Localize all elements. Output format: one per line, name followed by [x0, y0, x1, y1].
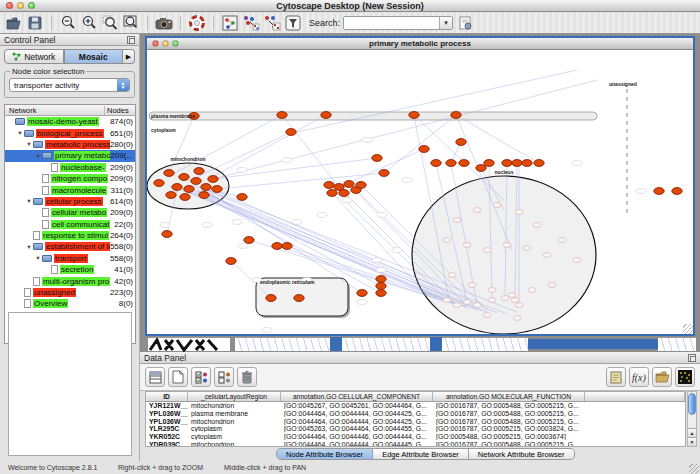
tree-node-count: 264(0) — [110, 231, 135, 240]
tree-row[interactable]: ▼establishment of lo558(0) — [5, 241, 135, 252]
float-panel-icon[interactable] — [688, 354, 696, 362]
network-node — [372, 155, 382, 162]
tab-mosaic[interactable]: Mosaic — [64, 49, 124, 64]
close-button[interactable] — [6, 2, 13, 9]
table-row[interactable]: YDR039C__1mitochondrion[GO:0044464, GO:0… — [146, 440, 685, 447]
folder-icon — [24, 130, 34, 137]
table-column-header[interactable]: _cellularLayoutRegion — [188, 392, 281, 401]
tab-edge-attribute-browser[interactable]: Edge Attribute Browser — [373, 448, 469, 460]
tree-row[interactable]: secretion41(0) — [5, 264, 135, 275]
tree-row[interactable]: Overview8(0) — [5, 298, 135, 309]
tree-row[interactable]: cellular metabo209(0) — [5, 207, 135, 218]
network-edge — [456, 115, 539, 163]
tab-node-attribute-browser[interactable]: Node Attribute Browser — [276, 448, 373, 460]
table-row[interactable]: YLR295Ccytoplasm[GO:0045263, GO:0044464,… — [146, 425, 685, 433]
tree-row[interactable]: macromolecule311(0) — [5, 184, 135, 195]
snapshot-icon[interactable] — [155, 14, 173, 32]
search-box[interactable]: ▾ — [343, 16, 453, 30]
table-column-header[interactable]: annotation.GO CELLULAR_COMPONENT — [281, 392, 433, 401]
tab-network[interactable]: Network — [4, 49, 64, 64]
tree-row[interactable]: unassigned223(0) — [5, 287, 135, 298]
annotation-icon[interactable] — [606, 367, 626, 387]
maximize-icon[interactable] — [172, 40, 178, 46]
close-icon[interactable] — [152, 40, 158, 46]
scrollbar-thumb[interactable] — [688, 393, 696, 415]
disclosure-triangle[interactable]: ▼ — [16, 130, 24, 136]
open-session-icon[interactable] — [5, 14, 23, 32]
table-row[interactable]: YJR121W__1mitochondrion[GO:0045267, GO:0… — [146, 402, 685, 410]
function-builder-icon[interactable]: f(x) — [629, 367, 649, 387]
float-panel-icon[interactable] — [127, 36, 135, 44]
network-node — [431, 160, 441, 167]
minimize-button[interactable] — [17, 2, 24, 9]
select-attributes-icon[interactable] — [145, 367, 165, 387]
table-column-header[interactable]: ID — [146, 392, 188, 401]
disclosure-triangle[interactable]: ▼ — [34, 153, 42, 159]
zoom-out-icon[interactable] — [59, 14, 77, 32]
attribute-settings-icon[interactable] — [456, 14, 474, 32]
node-color-dropdown[interactable]: transporter activity ▲▼ — [9, 78, 130, 92]
unselect-all-attributes-icon[interactable] — [214, 367, 234, 387]
scroll-down-icon[interactable]: ▼ — [688, 437, 696, 446]
table-cell: [GO:0045263, GO:0044464, GO:0044455, G..… — [281, 425, 433, 432]
tree-column-network[interactable]: Network — [5, 106, 105, 115]
tree-row[interactable]: ▼biological_process651(0) — [5, 127, 135, 138]
file-icon — [51, 265, 58, 274]
tree-row[interactable]: cell communicat22(0) — [5, 219, 135, 230]
tree-row[interactable]: response to stimul264(0) — [5, 230, 135, 241]
disclosure-triangle[interactable]: ▼ — [25, 244, 33, 250]
select-all-attributes-icon[interactable] — [191, 367, 211, 387]
zoom-fit-icon[interactable] — [122, 14, 140, 32]
scroll-up-icon[interactable]: ▲ — [688, 428, 696, 437]
zoom-selected-icon[interactable] — [101, 14, 119, 32]
tree-row[interactable]: nucleobase-209(0) — [5, 162, 135, 173]
attribute-table[interactable]: ID_cellularLayoutRegionannotation.GO CEL… — [145, 391, 686, 447]
delete-attribute-icon[interactable] — [237, 367, 257, 387]
table-column-header[interactable] — [585, 392, 685, 401]
table-scrollbar[interactable]: ▲ ▼ — [687, 391, 697, 447]
table-row[interactable]: YPL036W__2plasma membrane[GO:0044464, GO… — [146, 410, 685, 418]
new-attribute-icon[interactable] — [168, 367, 188, 387]
table-row[interactable]: YKR052Ccytoplasm[GO:0044464, GO:0044446,… — [146, 433, 685, 441]
matrix-icon[interactable] — [675, 367, 695, 387]
network-node — [327, 190, 337, 197]
network-node — [484, 160, 494, 167]
plugins-help-icon[interactable] — [188, 14, 206, 32]
window-resize-grip[interactable] — [683, 324, 693, 334]
align-nodes-icon[interactable] — [263, 14, 281, 32]
disclosure-triangle[interactable]: ▼ — [25, 141, 33, 147]
tree-row[interactable]: ▼primary metabo209(... — [5, 150, 135, 161]
tree-column-nodes[interactable]: Nodes — [105, 106, 135, 115]
table-row[interactable]: YPL036W__1mitochondrion[GO:0044464, GO:0… — [146, 417, 685, 425]
tree-row[interactable]: nitrogen compo209(0) — [5, 173, 135, 184]
table-column-header[interactable]: annotation.GO MOLECULAR_FUNCTION — [433, 392, 585, 401]
network-canvas[interactable]: plasma membranecytoplasmmitochondrionnuc… — [147, 50, 693, 334]
member-node — [513, 316, 521, 321]
filter-icon[interactable] — [284, 14, 302, 32]
import-attributes-icon[interactable] — [652, 367, 672, 387]
chevron-down-icon[interactable]: ▾ — [439, 17, 452, 29]
window-resize-grip[interactable] — [689, 464, 699, 474]
maximize-button[interactable] — [28, 2, 35, 9]
disclosure-triangle[interactable]: ▼ — [34, 255, 42, 261]
zoom-in-icon[interactable] — [80, 14, 98, 32]
tab-network-attribute-browser[interactable]: Network Attribute Browser — [469, 448, 575, 460]
tab-overflow-arrow[interactable]: ▶ — [123, 49, 135, 64]
tree-row[interactable]: mosaic-demo-yeast874(0) — [5, 116, 135, 127]
tree-node-count: 209(... — [110, 151, 135, 160]
search-input[interactable] — [344, 17, 439, 29]
tree-row[interactable]: ▼cellular process614(0) — [5, 196, 135, 207]
file-icon — [42, 186, 49, 195]
network-node — [184, 186, 194, 193]
tree-row[interactable]: multi-organism pro42(0) — [5, 275, 135, 286]
disclosure-triangle[interactable]: ▼ — [25, 198, 33, 204]
tree-row[interactable]: ▼metabolic process280(0) — [5, 139, 135, 150]
tree-node-label: nucleobase- — [60, 163, 106, 172]
layout-icon[interactable] — [242, 14, 260, 32]
vizmapper-icon[interactable] — [221, 14, 239, 32]
network-view[interactable]: plasma membranecytoplasmmitochondrionnuc… — [147, 50, 693, 334]
save-session-icon[interactable] — [26, 14, 44, 32]
network-view-window[interactable]: primary metabolic process plasma membran… — [145, 36, 695, 336]
tree-row[interactable]: ▼transport558(0) — [5, 253, 135, 264]
minimize-icon[interactable] — [162, 40, 168, 46]
